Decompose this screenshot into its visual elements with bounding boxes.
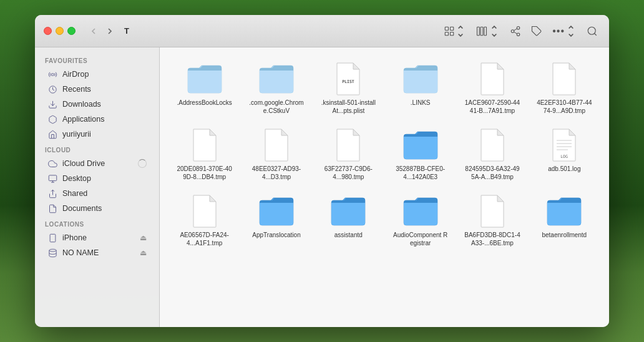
- sidebar-item-desktop[interactable]: Desktop: [37, 171, 157, 186]
- no-name-label: NO NAME: [62, 248, 135, 257]
- file-name: AE06567D-FA24-4...A1F1.tmp: [177, 231, 233, 247]
- locations-section-label: Locations: [35, 216, 159, 230]
- column-view-button[interactable]: [474, 24, 502, 38]
- file-item[interactable]: 352887BB-CFE0-4...142A0E3: [386, 124, 455, 185]
- svg-point-8: [588, 27, 595, 34]
- traffic-lights: [44, 27, 76, 35]
- svg-rect-5: [481, 27, 483, 36]
- iphone-icon: [47, 233, 57, 243]
- file-name: AppTranslocation: [252, 231, 300, 239]
- recents-icon: [47, 84, 57, 94]
- icloud-spinner: [138, 159, 147, 168]
- file-name: 352887BB-CFE0-4...142A0E3: [393, 165, 449, 181]
- file-item[interactable]: betaenrollmentd: [530, 190, 599, 251]
- search-button[interactable]: [584, 24, 600, 38]
- back-button[interactable]: [87, 24, 100, 38]
- minimize-button[interactable]: [56, 27, 64, 35]
- no-name-eject-button[interactable]: ⏏: [140, 248, 147, 257]
- svg-rect-4: [477, 27, 480, 36]
- folder-light-icon: [256, 61, 296, 96]
- tag-button[interactable]: [529, 24, 545, 38]
- sidebar-item-documents[interactable]: Documents: [37, 201, 157, 216]
- file-name: 824595D3-6A32-495A-A...B49.tmp: [464, 165, 520, 181]
- share-button[interactable]: [507, 24, 524, 38]
- file-item[interactable]: 824595D3-6A32-495A-A...B49.tmp: [457, 124, 527, 185]
- desktop-label: Desktop: [62, 174, 147, 183]
- desktop-icon: [47, 173, 57, 183]
- svg-rect-12: [49, 175, 57, 180]
- folder-blue-icon: [544, 193, 584, 228]
- sidebar-item-applications[interactable]: Applications: [37, 112, 157, 127]
- title-bar: T: [35, 15, 609, 47]
- doc-icon: [472, 127, 512, 162]
- downloads-label: Downloads: [62, 100, 147, 109]
- file-item[interactable]: .AddressBookLocks: [170, 57, 239, 119]
- sidebar-item-recents[interactable]: Recents: [37, 82, 157, 97]
- file-item[interactable]: 63F22737-C9D6-4...980.tmp: [314, 124, 383, 185]
- file-item[interactable]: BA6FD3DB-8DC1-4A33-...6BE.tmp: [457, 190, 527, 251]
- svg-point-18: [49, 249, 56, 252]
- plist-doc-icon: PLIST: [328, 61, 368, 96]
- file-item[interactable]: .LINKS: [386, 57, 455, 119]
- sidebar-item-iphone[interactable]: iPhone ⏏: [37, 230, 157, 245]
- file-item[interactable]: AppTranslocation: [242, 190, 311, 251]
- documents-icon: [47, 203, 57, 213]
- file-name: 63F22737-C9D6-4...980.tmp: [320, 165, 376, 181]
- icloud-section-label: iCloud: [35, 142, 159, 156]
- airdrop-label: AirDrop: [62, 70, 147, 79]
- recents-label: Recents: [62, 85, 147, 94]
- svg-line-9: [594, 33, 596, 35]
- svg-rect-1: [451, 27, 454, 30]
- file-item[interactable]: 4E2EF310-4B77-4474-9...A9D.tmp: [530, 57, 599, 119]
- applications-icon: [47, 114, 57, 124]
- file-name: 4E2EF310-4B77-4474-9...A9D.tmp: [536, 99, 592, 115]
- file-name: .com.google.Chrome.CStkuV: [248, 99, 305, 115]
- sidebar-item-shared[interactable]: Shared: [37, 186, 157, 201]
- file-name: 1ACE9607-2590-4441-B...7A91.tmp: [464, 99, 520, 115]
- close-button[interactable]: [44, 27, 52, 35]
- file-name: assistantd: [334, 231, 363, 239]
- file-item[interactable]: LOG adb.501.log: [530, 124, 599, 185]
- file-item[interactable]: .com.google.Chrome.CStkuV: [242, 57, 311, 119]
- file-item[interactable]: 1ACE9607-2590-4441-B...7A91.tmp: [457, 57, 527, 119]
- doc-icon: [544, 61, 584, 96]
- maximize-button[interactable]: [67, 27, 76, 35]
- drive-icon: [47, 248, 57, 258]
- home-icon: [47, 129, 57, 139]
- folder-light-icon: [401, 61, 441, 96]
- file-item[interactable]: PLIST .ksinstall-501-installAt...pts.pli…: [314, 57, 383, 119]
- file-item[interactable]: AE06567D-FA24-4...A1F1.tmp: [170, 190, 239, 251]
- file-item[interactable]: AudioComponent Registrar: [386, 190, 455, 251]
- content-area: Favourites AirDrop: [35, 47, 609, 327]
- shared-icon: [47, 188, 57, 198]
- folder-blue-icon: [401, 127, 441, 162]
- shared-label: Shared: [62, 189, 147, 198]
- icloud-drive-label: iCloud Drive: [62, 159, 133, 168]
- sidebar-item-downloads[interactable]: Downloads: [37, 97, 157, 112]
- applications-label: Applications: [62, 115, 147, 124]
- downloads-icon: [47, 99, 57, 109]
- forward-button[interactable]: [103, 24, 117, 38]
- nav-buttons: [87, 24, 117, 38]
- file-item[interactable]: assistantd: [314, 190, 383, 251]
- more-button[interactable]: •••: [550, 24, 579, 38]
- sidebar-item-airdrop[interactable]: AirDrop: [37, 67, 157, 82]
- doc-icon: [185, 127, 225, 162]
- toolbar-right: •••: [441, 24, 600, 38]
- svg-rect-3: [451, 32, 454, 35]
- svg-rect-2: [445, 32, 448, 35]
- grid-view-button[interactable]: [441, 24, 469, 38]
- iphone-eject-button[interactable]: ⏏: [140, 233, 147, 242]
- file-item[interactable]: 48EE0327-AD93-4...D3.tmp: [242, 124, 311, 185]
- file-item[interactable]: 20DE0891-370E-409D-8...DB4.tmp: [170, 124, 239, 185]
- doc-icon: [472, 61, 512, 96]
- folder-blue-icon: [256, 193, 296, 228]
- sidebar-item-yuriiyurii[interactable]: yuriiyurii: [37, 127, 157, 142]
- path-label: T: [124, 26, 129, 36]
- sidebar-item-icloud-drive[interactable]: iCloud Drive: [37, 156, 157, 171]
- file-name: 48EE0327-AD93-4...D3.tmp: [248, 165, 305, 181]
- favourites-section-label: Favourites: [35, 52, 159, 67]
- finder-window: T: [35, 15, 609, 327]
- sidebar-item-no-name[interactable]: NO NAME ⏏: [37, 245, 157, 260]
- svg-rect-16: [50, 234, 56, 242]
